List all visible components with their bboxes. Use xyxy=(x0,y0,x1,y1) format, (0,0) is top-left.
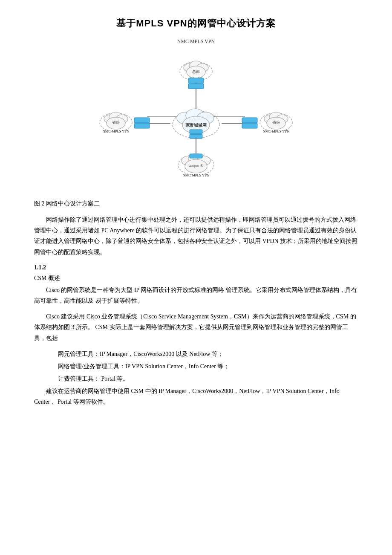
diagram-section: NMC MPLS VPN xyxy=(34,38,358,191)
svg-rect-24 xyxy=(134,118,150,123)
svg-text:省份: 省份 xyxy=(112,120,120,124)
csm-body-2: Cisco 建议采用 Cisco 业务管理系统（Cisco Service Ma… xyxy=(34,311,358,344)
page: 基于MPLS VPN的网管中心设计方案 NMC MPLS VPN xyxy=(0,0,392,555)
svg-rect-41 xyxy=(190,134,202,139)
svg-text:campus 名: campus 名 xyxy=(189,164,203,168)
diagram-top-label: NMC MPLS VPN xyxy=(177,38,215,45)
svg-rect-40 xyxy=(190,130,202,134)
svg-rect-13 xyxy=(188,84,204,89)
section-heading-112: 1.1.2 xyxy=(34,264,358,271)
svg-rect-33 xyxy=(242,123,257,128)
csm-body-3: 建议在运营商的网络管理中使用 CSM 中的 IP Manager，CiscoWo… xyxy=(34,386,358,407)
svg-rect-25 xyxy=(134,123,150,128)
list-item-2: 网络管理/业务管理工具：IP VPN Solution Center，Info … xyxy=(34,361,358,372)
figure-caption: 图 2 网络中心设计方案二 xyxy=(34,200,358,208)
subsection-title-csm: CSM 概述 xyxy=(34,275,358,282)
page-title: 基于MPLS VPN的网管中心设计方案 xyxy=(34,17,358,30)
body-paragraph-1: 网络操作除了通过网络管理中心进行集中处理之外，还可以提供远程操作，即网络管理员可… xyxy=(34,214,358,257)
svg-text:省份: 省份 xyxy=(272,120,280,124)
network-diagram: 总部 省份 xyxy=(85,46,307,191)
svg-rect-48 xyxy=(190,154,202,158)
list-item-3: 计费管理工具： Portal 等。 xyxy=(34,373,358,384)
list-item-1: 网元管理工具：IP Manager，CiscoWorks2000 以及 NetF… xyxy=(34,349,358,359)
svg-text:NMC MPLS VPN: NMC MPLS VPN xyxy=(183,173,210,177)
svg-text:总部: 总部 xyxy=(192,69,200,74)
svg-text:NMC MPLS VPN: NMC MPLS VPN xyxy=(263,129,290,133)
svg-rect-32 xyxy=(242,118,257,123)
csm-body-1: Cisco 的网管系统是一种专为大型 IP 网络而设计的开放式标准的网络 管理系… xyxy=(34,285,358,306)
svg-text:NMC MPLS VPN: NMC MPLS VPN xyxy=(103,129,130,133)
svg-rect-12 xyxy=(188,78,204,83)
